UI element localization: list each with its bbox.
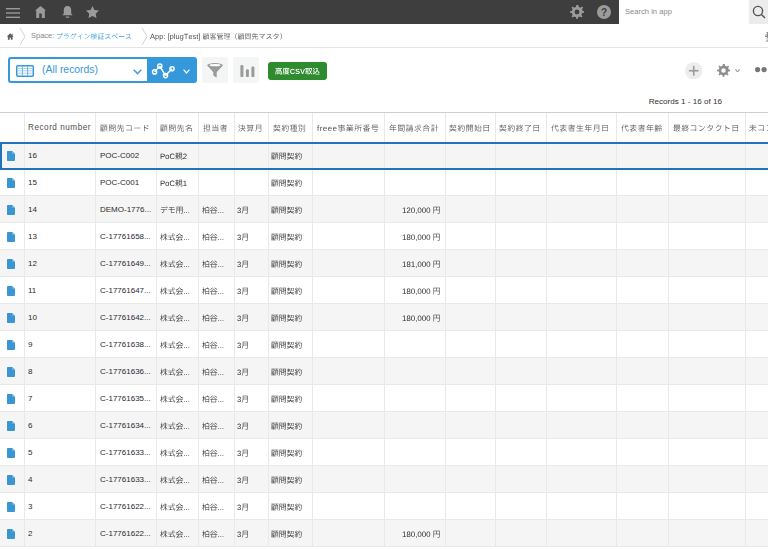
svg-text:?: ? (601, 7, 607, 18)
